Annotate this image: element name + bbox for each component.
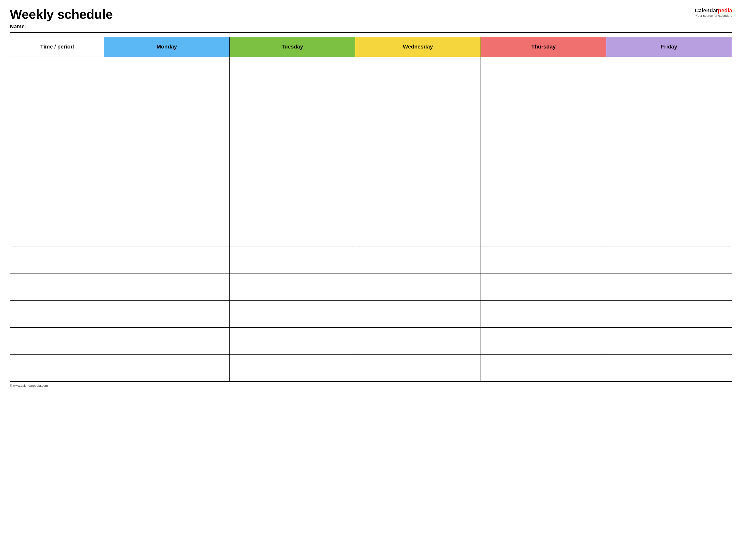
schedule-table: Time / period Monday Tuesday Wednesday T… bbox=[10, 37, 732, 382]
schedule-cell[interactable] bbox=[355, 354, 481, 382]
schedule-cell[interactable] bbox=[104, 165, 229, 192]
schedule-cell[interactable] bbox=[229, 273, 355, 300]
header-divider bbox=[10, 32, 732, 33]
time-cell[interactable] bbox=[10, 219, 104, 246]
schedule-cell[interactable] bbox=[104, 84, 229, 111]
time-cell[interactable] bbox=[10, 111, 104, 138]
schedule-body bbox=[10, 57, 732, 382]
schedule-cell[interactable] bbox=[104, 327, 229, 354]
schedule-cell[interactable] bbox=[355, 300, 481, 327]
schedule-cell[interactable] bbox=[481, 84, 606, 111]
page-title: Weekly schedule bbox=[10, 7, 113, 21]
time-cell[interactable] bbox=[10, 300, 104, 327]
schedule-cell[interactable] bbox=[481, 138, 606, 165]
schedule-cell[interactable] bbox=[229, 84, 355, 111]
schedule-cell[interactable] bbox=[355, 246, 481, 273]
schedule-cell[interactable] bbox=[481, 354, 606, 382]
schedule-cell[interactable] bbox=[606, 84, 732, 111]
time-cell[interactable] bbox=[10, 138, 104, 165]
schedule-cell[interactable] bbox=[229, 246, 355, 273]
schedule-cell[interactable] bbox=[481, 165, 606, 192]
schedule-cell[interactable] bbox=[481, 57, 606, 84]
schedule-cell[interactable] bbox=[606, 273, 732, 300]
time-cell[interactable] bbox=[10, 57, 104, 84]
time-cell[interactable] bbox=[10, 165, 104, 192]
title-section: Weekly schedule Name: bbox=[10, 7, 113, 30]
schedule-cell[interactable] bbox=[104, 273, 229, 300]
col-header-friday: Friday bbox=[606, 37, 732, 57]
logo-red: pedia bbox=[718, 7, 732, 13]
schedule-cell[interactable] bbox=[229, 138, 355, 165]
schedule-cell[interactable] bbox=[481, 111, 606, 138]
schedule-cell[interactable] bbox=[606, 165, 732, 192]
time-cell[interactable] bbox=[10, 327, 104, 354]
schedule-cell[interactable] bbox=[104, 246, 229, 273]
schedule-cell[interactable] bbox=[606, 219, 732, 246]
schedule-cell[interactable] bbox=[355, 219, 481, 246]
schedule-cell[interactable] bbox=[481, 300, 606, 327]
table-row bbox=[10, 111, 732, 138]
schedule-cell[interactable] bbox=[229, 300, 355, 327]
schedule-cell[interactable] bbox=[355, 192, 481, 219]
col-header-thursday: Thursday bbox=[481, 37, 606, 57]
schedule-cell[interactable] bbox=[481, 273, 606, 300]
schedule-cell[interactable] bbox=[355, 165, 481, 192]
col-header-time: Time / period bbox=[10, 37, 104, 57]
table-row bbox=[10, 57, 732, 84]
schedule-cell[interactable] bbox=[229, 327, 355, 354]
schedule-cell[interactable] bbox=[606, 111, 732, 138]
schedule-cell[interactable] bbox=[104, 111, 229, 138]
col-header-monday: Monday bbox=[104, 37, 229, 57]
schedule-cell[interactable] bbox=[481, 246, 606, 273]
schedule-cell[interactable] bbox=[481, 192, 606, 219]
time-cell[interactable] bbox=[10, 354, 104, 382]
schedule-cell[interactable] bbox=[606, 138, 732, 165]
schedule-cell[interactable] bbox=[355, 327, 481, 354]
footer: © www.calendarpedia.com bbox=[10, 384, 732, 387]
time-cell[interactable] bbox=[10, 84, 104, 111]
time-cell[interactable] bbox=[10, 273, 104, 300]
schedule-cell[interactable] bbox=[355, 111, 481, 138]
table-row bbox=[10, 300, 732, 327]
table-row bbox=[10, 273, 732, 300]
col-header-wednesday: Wednesday bbox=[355, 37, 481, 57]
schedule-cell[interactable] bbox=[229, 57, 355, 84]
schedule-cell[interactable] bbox=[606, 327, 732, 354]
col-header-tuesday: Tuesday bbox=[229, 37, 355, 57]
schedule-cell[interactable] bbox=[229, 111, 355, 138]
schedule-cell[interactable] bbox=[606, 300, 732, 327]
time-cell[interactable] bbox=[10, 246, 104, 273]
table-row bbox=[10, 327, 732, 354]
schedule-cell[interactable] bbox=[229, 165, 355, 192]
schedule-cell[interactable] bbox=[104, 192, 229, 219]
schedule-cell[interactable] bbox=[229, 219, 355, 246]
table-row bbox=[10, 246, 732, 273]
table-row bbox=[10, 165, 732, 192]
page-header: Weekly schedule Name: Calendarpedia Your… bbox=[10, 7, 732, 30]
logo-section: Calendarpedia Your source for calendars bbox=[695, 7, 732, 17]
table-row bbox=[10, 192, 732, 219]
schedule-cell[interactable] bbox=[355, 57, 481, 84]
schedule-cell[interactable] bbox=[606, 354, 732, 382]
logo-black: Calendar bbox=[695, 7, 718, 13]
logo-text: Calendarpedia bbox=[695, 7, 732, 14]
schedule-cell[interactable] bbox=[481, 219, 606, 246]
schedule-cell[interactable] bbox=[606, 57, 732, 84]
schedule-cell[interactable] bbox=[606, 192, 732, 219]
schedule-cell[interactable] bbox=[104, 354, 229, 382]
schedule-cell[interactable] bbox=[229, 192, 355, 219]
time-cell[interactable] bbox=[10, 192, 104, 219]
table-row bbox=[10, 84, 732, 111]
schedule-cell[interactable] bbox=[606, 246, 732, 273]
schedule-cell[interactable] bbox=[229, 354, 355, 382]
schedule-cell[interactable] bbox=[481, 327, 606, 354]
table-row bbox=[10, 219, 732, 246]
schedule-cell[interactable] bbox=[104, 300, 229, 327]
schedule-cell[interactable] bbox=[104, 138, 229, 165]
schedule-cell[interactable] bbox=[355, 138, 481, 165]
schedule-cell[interactable] bbox=[355, 273, 481, 300]
schedule-cell[interactable] bbox=[104, 57, 229, 84]
table-row bbox=[10, 138, 732, 165]
schedule-cell[interactable] bbox=[355, 84, 481, 111]
schedule-cell[interactable] bbox=[104, 219, 229, 246]
